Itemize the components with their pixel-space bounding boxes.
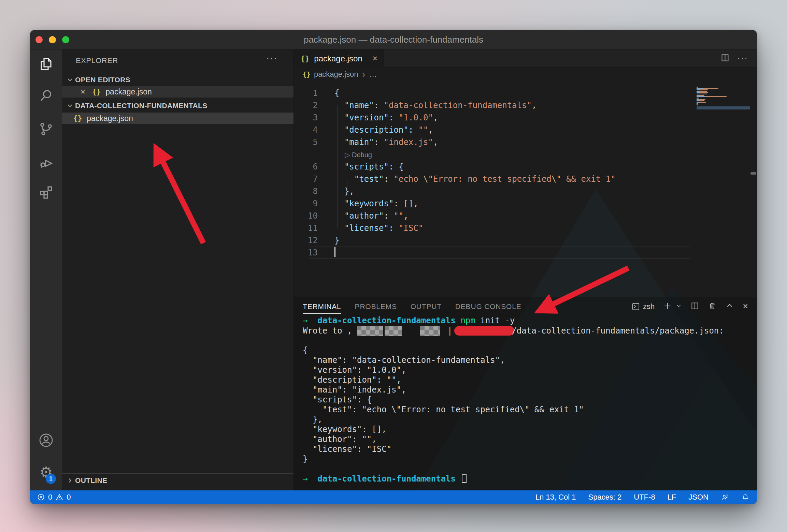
window-title: package.json — data-collection-fundament… bbox=[98, 30, 689, 49]
breadcrumb-file[interactable]: package.json bbox=[314, 70, 358, 79]
open-editor-item-package-json[interactable]: × {} package.json bbox=[62, 86, 294, 98]
terminal-line: → data-collection-fundamentals bbox=[303, 474, 754, 484]
tab-output[interactable]: OUTPUT bbox=[411, 297, 442, 316]
editor-more-icon[interactable]: ··· bbox=[737, 53, 748, 64]
code-editor[interactable]: 1{2 "name": "data-collection-fundamental… bbox=[294, 81, 757, 297]
shell-selector[interactable]: zsh bbox=[631, 302, 655, 311]
status-right: Ln 13, Col 1 Spaces: 2 UTF-8 LF JSON bbox=[535, 490, 749, 504]
tab-problems[interactable]: PROBLEMS bbox=[355, 297, 397, 316]
terminal-line: "license": "ISC" bbox=[303, 444, 754, 454]
indentation[interactable]: Spaces: 2 bbox=[588, 493, 621, 502]
notifications-bell-icon[interactable] bbox=[741, 493, 749, 501]
tree-item-package-json[interactable]: {} package.json bbox=[62, 113, 294, 124]
terminal-icon bbox=[631, 302, 640, 311]
open-editors-label: OPEN EDITORS bbox=[75, 76, 130, 84]
minimap-slider[interactable] bbox=[697, 106, 750, 109]
window-zoom-button[interactable] bbox=[62, 36, 69, 43]
settings-badge: 1 bbox=[46, 474, 56, 484]
code-line: 2 "name": "data-collection-fundamentals"… bbox=[294, 99, 757, 112]
code-line: 11 "license": "ISC" bbox=[294, 222, 757, 234]
terminal-line: "main": "index.js", bbox=[303, 385, 754, 395]
chevron-down-icon bbox=[66, 76, 74, 84]
shell-label: zsh bbox=[643, 302, 655, 311]
maximize-panel-icon[interactable] bbox=[725, 301, 734, 312]
json-file-icon: {} bbox=[303, 71, 311, 78]
run-debug-icon[interactable] bbox=[38, 154, 54, 171]
indent-guide bbox=[337, 105, 338, 228]
terminal-line: "name": "data-collection-fundamentals", bbox=[303, 355, 754, 365]
folder-name-label: DATA-COLLECTION-FUNDAMENTALS bbox=[75, 102, 208, 110]
encoding[interactable]: UTF-8 bbox=[634, 493, 655, 502]
errors-icon bbox=[37, 493, 45, 501]
desktop-background: package.json — data-collection-fundament… bbox=[0, 0, 787, 532]
breadcrumb-symbol[interactable]: … bbox=[369, 70, 377, 79]
terminal-output[interactable]: → data-collection-fundamentals npm init … bbox=[303, 316, 754, 489]
search-icon[interactable] bbox=[38, 87, 54, 104]
breadcrumb-separator: › bbox=[362, 70, 365, 79]
new-terminal-icon[interactable] bbox=[663, 301, 672, 312]
json-file-icon: {} bbox=[92, 88, 101, 96]
json-file-icon: {} bbox=[301, 55, 309, 63]
error-count: 0 bbox=[48, 493, 52, 502]
explorer-icon[interactable] bbox=[38, 56, 54, 72]
warnings-icon bbox=[55, 493, 63, 501]
tab-terminal[interactable]: TERMINAL bbox=[303, 297, 341, 316]
warning-count: 0 bbox=[67, 493, 71, 502]
terminal-line: Wrote to , |/data-collection-fundamental… bbox=[303, 326, 754, 336]
feedback-icon[interactable] bbox=[721, 493, 729, 501]
tab-close-icon[interactable]: × bbox=[372, 54, 377, 63]
code-line: 4 "description": "", bbox=[294, 124, 757, 136]
code-line: 7 "test": "echo \"Error: no test specifi… bbox=[294, 173, 757, 185]
language-mode[interactable]: JSON bbox=[688, 493, 709, 502]
close-editor-icon[interactable]: × bbox=[81, 86, 85, 98]
window-minimize-button[interactable] bbox=[49, 36, 56, 43]
code-line: 6 "scripts": { bbox=[294, 161, 757, 173]
code-line: 5 "main": "index.js", bbox=[294, 136, 757, 148]
code-line: 3 "version": "1.0.0", bbox=[294, 112, 757, 124]
terminal-line: "author": "", bbox=[303, 434, 754, 444]
folder-section-header[interactable]: DATA-COLLECTION-FUNDAMENTALS bbox=[62, 100, 294, 111]
extensions-icon[interactable] bbox=[38, 184, 54, 200]
minimap[interactable] bbox=[697, 86, 750, 109]
tab-package-json[interactable]: {} package.json × bbox=[294, 49, 384, 68]
tab-label: package.json bbox=[314, 54, 362, 63]
tab-debug-console[interactable]: DEBUG CONSOLE bbox=[455, 297, 521, 316]
editor-scrollbar-thumb[interactable] bbox=[750, 172, 756, 175]
eol-sequence[interactable]: LF bbox=[668, 493, 676, 502]
code-line: 1{ bbox=[294, 87, 757, 99]
code-line: 12} bbox=[294, 234, 757, 247]
cursor-position[interactable]: Ln 13, Col 1 bbox=[535, 493, 576, 502]
close-panel-icon[interactable]: × bbox=[743, 302, 748, 311]
terminal-line: → data-collection-fundamentals npm init … bbox=[303, 316, 754, 326]
tree-file-label: package.json bbox=[87, 114, 133, 123]
source-control-icon[interactable] bbox=[38, 121, 54, 137]
account-icon[interactable] bbox=[38, 432, 54, 448]
json-file-icon: {} bbox=[73, 114, 82, 122]
code-lines: 1{2 "name": "data-collection-fundamental… bbox=[294, 87, 757, 259]
kill-terminal-icon[interactable] bbox=[708, 301, 717, 312]
split-terminal-icon[interactable] bbox=[690, 301, 699, 312]
terminal-line bbox=[303, 336, 754, 345]
split-editor-icon[interactable] bbox=[720, 53, 730, 64]
open-editors-header[interactable]: OPEN EDITORS bbox=[62, 74, 294, 85]
explorer-sidebar: EXPLORER ··· OPEN EDITORS × {} package.j… bbox=[62, 49, 294, 490]
code-line: 10 "author": "", bbox=[294, 210, 757, 222]
sidebar-more-icon[interactable]: ··· bbox=[266, 53, 278, 64]
panel-tabs: TERMINAL PROBLEMS OUTPUT DEBUG CONSOLE bbox=[303, 297, 521, 316]
code-line: 13 bbox=[294, 247, 757, 259]
terminal-panel: TERMINAL PROBLEMS OUTPUT DEBUG CONSOLE z… bbox=[294, 297, 757, 490]
problems-status[interactable]: 0 0 bbox=[37, 490, 71, 504]
terminal-line: { bbox=[303, 345, 754, 355]
activity-bar: ⚙ 1 bbox=[30, 49, 62, 490]
terminal-line: } bbox=[303, 454, 754, 464]
outline-header[interactable]: OUTLINE bbox=[62, 475, 294, 486]
editor-column: {} package.json × ··· {} package.json › bbox=[294, 49, 757, 490]
outline-divider bbox=[62, 473, 294, 474]
minimap-lines bbox=[697, 87, 750, 105]
window-close-button[interactable] bbox=[35, 36, 43, 43]
codelens-debug-action[interactable]: ▷ Debug bbox=[345, 151, 372, 159]
launch-profile-chevron-icon[interactable] bbox=[676, 303, 682, 310]
terminal-line: }, bbox=[303, 415, 754, 425]
panel-controls: zsh × bbox=[631, 297, 748, 316]
outline-label: OUTLINE bbox=[75, 476, 107, 485]
